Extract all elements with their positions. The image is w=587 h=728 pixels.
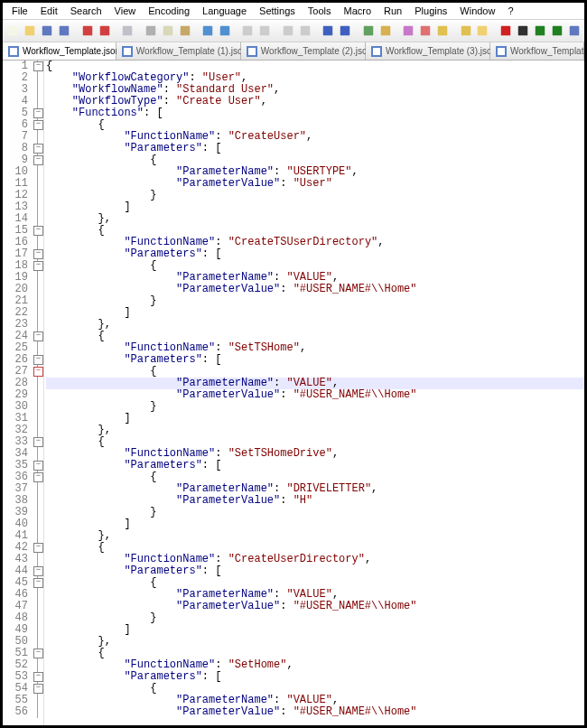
save-macro-button[interactable]: [566, 22, 582, 40]
code-line[interactable]: ]: [46, 518, 584, 530]
svg-rect-0: [8, 26, 18, 36]
menu-help[interactable]: ?: [502, 4, 518, 18]
toolbar-separator: [235, 23, 238, 39]
code-editor[interactable]: 1234567891011121314151617181920212223242…: [3, 61, 584, 725]
indent-guide-button[interactable]: [401, 22, 416, 40]
editor-text[interactable]: { "WorkflowCategory": "User", "WorkflowN…: [44, 61, 584, 725]
fold-marker[interactable]: [32, 366, 43, 378]
sync-v-button[interactable]: [321, 22, 336, 40]
lang-button[interactable]: [418, 22, 433, 40]
print-button[interactable]: [120, 22, 135, 40]
tab-label: Workflow_Templat: [510, 46, 584, 56]
fold-marker[interactable]: [32, 436, 43, 448]
menu-encoding[interactable]: Encoding: [143, 4, 195, 18]
word-wrap-button[interactable]: [360, 22, 376, 40]
fold-marker[interactable]: [32, 577, 43, 589]
fold-marker: [32, 84, 43, 96]
replace-button[interactable]: [257, 22, 273, 40]
fold-marker[interactable]: [32, 107, 43, 119]
paste-button[interactable]: [177, 22, 192, 40]
svg-rect-39: [498, 48, 505, 55]
file-tab[interactable]: Workflow_Template (1).json: [116, 42, 241, 60]
copy-button[interactable]: [160, 22, 175, 40]
file-tab[interactable]: Workflow_Template (3).json: [366, 42, 490, 60]
menu-settings[interactable]: Settings: [254, 4, 301, 18]
fold-marker[interactable]: [32, 248, 43, 260]
repeat-macro-button[interactable]: [549, 22, 564, 40]
fold-marker: [32, 284, 43, 295]
doc-map-button[interactable]: [435, 22, 451, 40]
folder-button[interactable]: [475, 22, 490, 40]
sync-h-button[interactable]: [338, 22, 353, 40]
zoom-in-button[interactable]: [280, 22, 295, 40]
fold-marker: [32, 319, 43, 331]
code-line[interactable]: ]: [46, 201, 584, 213]
menu-plugins[interactable]: Plugins: [409, 4, 452, 18]
open-file-button[interactable]: [23, 22, 38, 40]
play-macro-button[interactable]: [532, 22, 547, 40]
fold-marker: [32, 72, 43, 84]
menu-edit[interactable]: Edit: [35, 4, 63, 18]
fold-marker[interactable]: [32, 331, 43, 342]
code-line[interactable]: "ParameterValue": "#USER_NAME#\\Home": [46, 706, 584, 718]
menu-language[interactable]: Language: [197, 4, 252, 18]
code-line[interactable]: },: [46, 636, 584, 648]
code-line[interactable]: },: [46, 213, 584, 225]
save-button[interactable]: [40, 22, 55, 40]
show-all-button[interactable]: [377, 22, 393, 40]
svg-rect-15: [301, 26, 311, 36]
code-line[interactable]: ]: [46, 624, 584, 636]
menu-run[interactable]: Run: [378, 4, 407, 18]
fold-marker: [32, 612, 43, 624]
menu-tools[interactable]: Tools: [303, 4, 337, 18]
code-line[interactable]: ]: [46, 307, 584, 319]
code-line[interactable]: },: [46, 319, 584, 331]
svg-rect-14: [284, 26, 294, 36]
menu-window[interactable]: Window: [454, 4, 500, 18]
fold-marker[interactable]: [32, 671, 43, 683]
fold-marker[interactable]: [32, 683, 43, 695]
zoom-out-button[interactable]: [297, 22, 312, 40]
fold-marker[interactable]: [32, 565, 43, 577]
fold-marker: [32, 237, 43, 248]
code-line[interactable]: ]: [46, 413, 584, 425]
save-all-button[interactable]: [57, 22, 72, 40]
fold-gutter[interactable]: [32, 61, 44, 725]
fold-marker[interactable]: [32, 61, 43, 72]
fn-list-button[interactable]: [458, 22, 473, 40]
file-tab[interactable]: Workflow_Template (2).json: [241, 42, 366, 60]
fold-marker[interactable]: [32, 225, 43, 237]
toolbar-separator: [452, 23, 455, 39]
menu-view[interactable]: View: [109, 4, 142, 18]
fold-marker[interactable]: [32, 154, 43, 166]
toolbar-separator: [138, 23, 141, 39]
file-tab[interactable]: Workflow_Template.json: [3, 42, 116, 60]
file-tab[interactable]: Workflow_Templat: [490, 42, 584, 60]
code-line[interactable]: },: [46, 425, 584, 436]
new-file-button[interactable]: [5, 22, 21, 40]
close-button[interactable]: [79, 22, 95, 40]
fold-marker[interactable]: [32, 648, 43, 659]
redo-button[interactable]: [218, 22, 233, 40]
undo-button[interactable]: [200, 22, 216, 40]
find-button[interactable]: [240, 22, 256, 40]
stop-macro-button[interactable]: [515, 22, 530, 40]
fold-marker[interactable]: [32, 460, 43, 471]
fold-marker[interactable]: [32, 542, 43, 554]
fold-marker[interactable]: [32, 119, 43, 131]
menu-macro[interactable]: Macro: [338, 4, 377, 18]
menu-search[interactable]: Search: [65, 4, 107, 18]
fold-marker[interactable]: [32, 143, 43, 154]
fold-marker[interactable]: [32, 354, 43, 366]
code-line[interactable]: },: [46, 530, 584, 542]
svg-rect-21: [421, 26, 431, 36]
fold-marker[interactable]: [32, 471, 43, 483]
record-macro-button[interactable]: [498, 22, 513, 40]
tab-label: Workflow_Template (3).json: [386, 46, 497, 56]
fold-marker[interactable]: [32, 260, 43, 272]
menu-file[interactable]: File: [6, 4, 33, 18]
cut-button[interactable]: [143, 22, 158, 40]
close-all-button[interactable]: [97, 22, 112, 40]
fold-marker: [32, 624, 43, 636]
code-line[interactable]: "Functions": [: [46, 107, 584, 119]
